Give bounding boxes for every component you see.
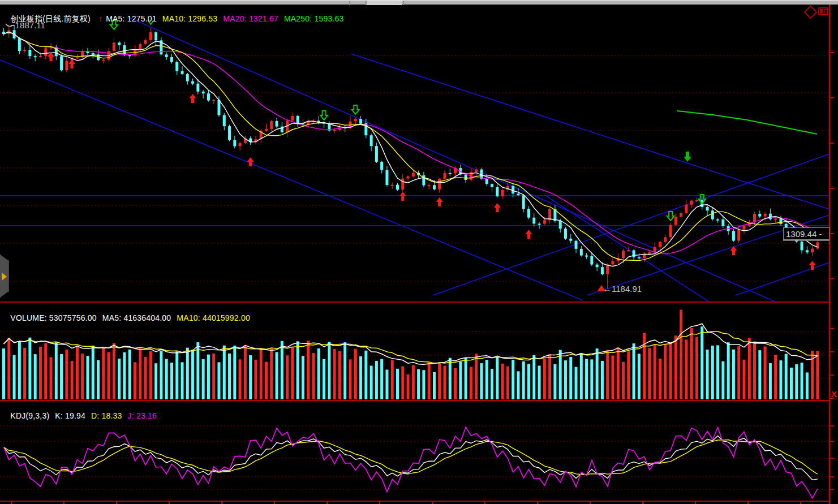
kdj-title: KDJ(9,3,3): [10, 411, 49, 420]
kdj-k-value: K: 19.94: [55, 411, 85, 420]
low-price-label: ←1184.91: [603, 284, 642, 294]
sidebar-expander-tab[interactable]: [0, 255, 8, 298]
split-window-icon[interactable]: [818, 7, 828, 15]
kdj-d-value: D: 18.33: [91, 411, 122, 420]
last-price-label: 1309.44 -: [783, 227, 830, 240]
volume-panel-header: VOLUME: 53075756.00MA5: 41636404.00MA10:…: [1, 304, 256, 331]
split-window-right-pane: [824, 9, 827, 15]
volume-ma10-value: MA10: 44015992.00: [177, 313, 250, 322]
main-panel-header: 创业板指(日线.前复权)↑MA5: 1275.01MA10: 1296.53MA…: [1, 5, 349, 32]
high-price-label: ~1887.11: [10, 20, 45, 30]
ma5-value: MA5: 1275.01: [106, 14, 157, 23]
signal-up-arrow-icon: ↑: [98, 14, 102, 23]
volume-value: VOLUME: 53075756.00: [10, 313, 96, 322]
kdj-panel-header: KDJ(9,3,3)K: 19.94D: 18.33J: 23.16: [1, 402, 162, 429]
ma10-value: MA10: 1296.53: [162, 14, 218, 23]
split-window-left-pane: [820, 9, 823, 14]
ma20-value: MA20: 1321.67: [223, 14, 278, 23]
chart-application-window: 创业板指(日线.前复权)↑MA5: 1275.01MA10: 1296.53MA…: [0, 0, 838, 504]
ma250-value: MA250: 1593.63: [284, 14, 344, 23]
volume-ma5-value: MA5: 41636404.00: [102, 313, 171, 322]
close-panel-icon[interactable]: X: [831, 390, 838, 399]
kdj-j-value: J: 23.16: [128, 411, 157, 420]
expand-right-icon: [2, 273, 7, 281]
